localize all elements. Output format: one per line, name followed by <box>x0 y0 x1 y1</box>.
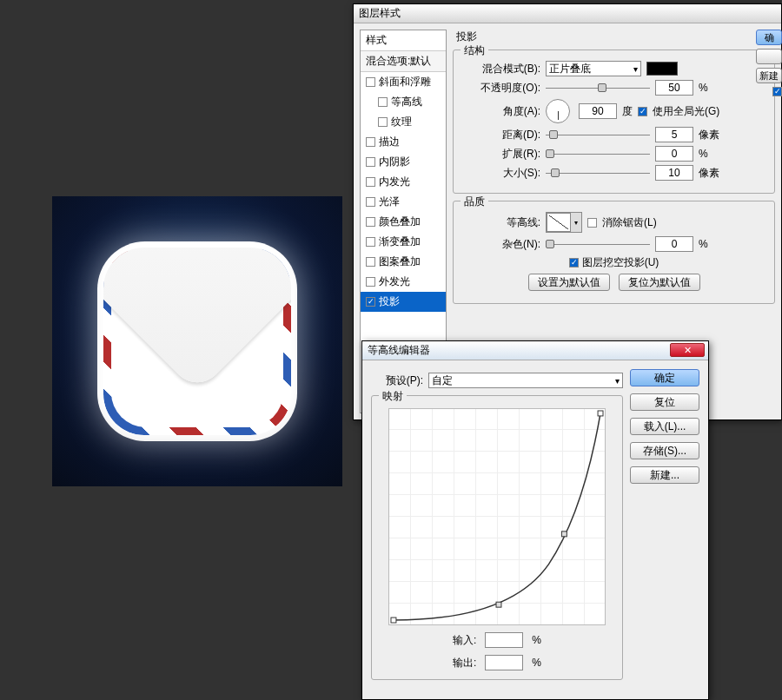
quality-legend: 品质 <box>461 195 488 209</box>
curve-input-field[interactable] <box>485 632 523 648</box>
noise-unit: % <box>699 238 708 250</box>
size-input[interactable] <box>655 165 693 181</box>
new-style-button[interactable]: 新建 <box>756 68 782 83</box>
structure-legend: 结构 <box>461 43 488 58</box>
structure-fieldset: 结构 混合模式(B): 正片叠底 不透明度(O): % 角度(A): 度 <box>453 50 775 194</box>
distance-label: 距离(D): <box>462 128 540 142</box>
layer-style-title: 图层样式 <box>359 6 401 21</box>
set-default-button[interactable]: 设置为默认值 <box>528 274 610 291</box>
output-label: 输出: <box>453 656 476 670</box>
output-unit: % <box>532 657 541 669</box>
input-unit: % <box>532 634 541 646</box>
style-item-stroke[interactable]: 描边 <box>361 132 446 152</box>
spread-input[interactable] <box>655 146 693 162</box>
svg-rect-2 <box>561 532 567 537</box>
style-item-texture[interactable]: 纹理 <box>361 112 446 132</box>
canvas-preview <box>52 196 342 486</box>
reset-default-button[interactable]: 复位为默认值 <box>619 274 700 291</box>
style-item-gradient-overlay[interactable]: 渐变叠加 <box>361 232 446 252</box>
opacity-unit: % <box>699 82 708 94</box>
contour-editor-title: 等高线编辑器 <box>368 343 430 358</box>
preset-label: 预设(P): <box>371 373 423 388</box>
noise-label: 杂色(N): <box>462 237 540 252</box>
mapping-legend: 映射 <box>379 389 407 404</box>
contour-new-button[interactable]: 新建... <box>630 466 699 484</box>
style-item-contour[interactable]: 等高线 <box>361 92 446 112</box>
global-light-checkbox[interactable] <box>638 107 647 116</box>
opacity-input[interactable] <box>655 80 693 96</box>
knockout-label: 图层挖空投影(U) <box>582 255 659 270</box>
layer-style-titlebar[interactable]: 图层样式 <box>354 4 781 23</box>
contour-label: 等高线: <box>462 215 540 230</box>
contour-reset-button[interactable]: 复位 <box>630 393 699 411</box>
style-item-inner-glow[interactable]: 内发光 <box>361 172 446 192</box>
angle-input[interactable] <box>579 103 617 119</box>
noise-input[interactable] <box>655 236 693 252</box>
style-item-bevel[interactable]: 斜面和浮雕 <box>361 72 446 92</box>
opacity-slider[interactable] <box>546 82 650 94</box>
angle-dial[interactable] <box>546 99 570 123</box>
style-item-color-overlay[interactable]: 颜色叠加 <box>361 212 446 232</box>
style-item-drop-shadow[interactable]: 投影 <box>361 292 446 312</box>
svg-rect-0 <box>391 617 396 623</box>
distance-unit: 像素 <box>699 128 719 142</box>
blend-mode-label: 混合模式(B): <box>462 62 540 76</box>
blend-mode-dropdown[interactable]: 正片叠底 <box>546 61 641 76</box>
envelope-icon <box>97 241 297 441</box>
distance-input[interactable] <box>655 127 693 142</box>
contour-editor-titlebar[interactable]: 等高线编辑器 ✕ <box>362 341 708 360</box>
shadow-color-swatch[interactable] <box>646 62 678 76</box>
noise-slider[interactable] <box>546 238 650 250</box>
spread-unit: % <box>699 148 708 160</box>
svg-rect-1 <box>496 602 501 607</box>
style-item-outer-glow[interactable]: 外发光 <box>361 272 446 292</box>
antialias-label: 消除锯齿(L) <box>602 215 657 230</box>
style-item-pattern-overlay[interactable]: 图案叠加 <box>361 252 446 272</box>
spread-label: 扩展(R): <box>462 147 540 162</box>
preview-checkbox[interactable] <box>772 87 782 96</box>
size-label: 大小(S): <box>462 166 540 181</box>
preset-dropdown[interactable]: 自定 <box>428 373 623 388</box>
cancel-button-cropped[interactable] <box>756 49 782 64</box>
contour-curve-canvas[interactable] <box>388 408 606 625</box>
contour-load-button[interactable]: 载入(L)... <box>630 418 699 435</box>
angle-unit: 度 <box>622 104 633 119</box>
style-item-satin[interactable]: 光泽 <box>361 192 446 212</box>
svg-rect-3 <box>598 411 603 416</box>
size-unit: 像素 <box>699 166 719 181</box>
contour-editor-dialog: 等高线编辑器 ✕ 预设(P): 自定 映射 <box>361 340 709 700</box>
angle-label: 角度(A): <box>462 104 540 119</box>
drop-shadow-section-title: 投影 <box>456 30 775 44</box>
contour-picker[interactable]: ▾ <box>546 212 582 233</box>
opacity-label: 不透明度(O): <box>462 81 540 96</box>
distance-slider[interactable] <box>546 129 650 141</box>
input-label: 输入: <box>453 633 476 648</box>
styles-header[interactable]: 样式 <box>361 30 446 51</box>
mapping-fieldset: 映射 输入: % 输出: <box>371 395 623 680</box>
knockout-checkbox[interactable] <box>569 258 579 267</box>
close-icon[interactable]: ✕ <box>670 343 705 357</box>
style-item-inner-shadow[interactable]: 内阴影 <box>361 152 446 172</box>
blend-options-default[interactable]: 混合选项:默认 <box>361 51 446 72</box>
curve-output-field[interactable] <box>485 655 523 670</box>
global-light-label: 使用全局光(G) <box>653 104 719 119</box>
contour-save-button[interactable]: 存储(S)... <box>630 442 699 459</box>
size-slider[interactable] <box>546 167 650 179</box>
spread-slider[interactable] <box>546 148 650 160</box>
quality-fieldset: 品质 等高线: ▾ 消除锯齿(L) 杂色(N): % 图层挖空投影(U) <box>453 201 775 304</box>
contour-ok-button[interactable]: 确定 <box>630 369 699 386</box>
ok-button[interactable]: 确 <box>756 30 782 45</box>
antialias-checkbox[interactable] <box>587 218 597 228</box>
